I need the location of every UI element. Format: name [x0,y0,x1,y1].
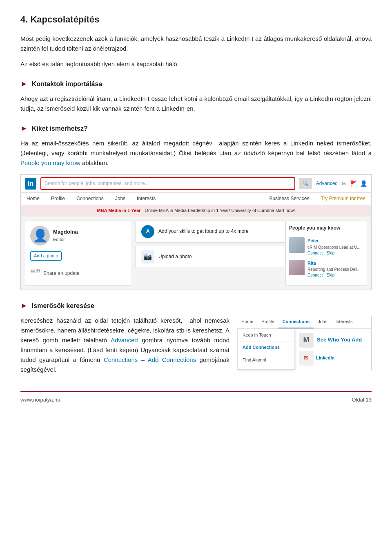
li-advanced-link[interactable]: Advanced [316,180,338,187]
chapter-title: 4. Kapcsolatépítés [20,12,372,27]
cm-nav-connections[interactable]: Connections [278,316,314,328]
peter-name: Peter [307,237,361,245]
li-pymk-box: People you may know Peter cRIM Operation… [285,221,367,286]
connections-screenshot: Home Profile Connections Jobs Interests … [237,316,372,370]
intro-paragraph-2: Az első és talán legfontosabb ilyen elem… [20,59,372,69]
rita-actions: Connect· Skip [307,272,361,279]
page-footer: www.noipalya.hu Oldal 13 [20,391,372,404]
section-kontaktok-title: Kontaktok importálása [32,79,102,89]
person-rita-avatar [289,260,305,275]
nav-premium[interactable]: Try Premium for free [315,193,371,205]
li-body: 👤 Magdolna Editor Add a photo ❝❞ Share a… [21,216,371,290]
section-ismeros-title: Ismerősök keresése [32,301,94,311]
cm-nav-profile[interactable]: Profile [257,316,278,328]
skills-text: Add your skills to get found up to 4x mo… [158,228,249,235]
messages-icon[interactable]: ✉ [342,179,347,188]
li-banner: MBA Media in 1 Year - Online MBA in Medi… [21,205,371,216]
rita-connect[interactable]: Connect [307,273,323,277]
li-nav: Home Profile Connections Jobs Interests … [21,193,371,205]
quote-icon: ❝❞ [30,268,41,278]
nav-interests[interactable]: Interests [131,193,161,205]
banner-text: - Online MBA in Media Leadership in 1 Ye… [142,208,295,213]
banner-mba: MBA Media in 1 Year [97,208,141,213]
li-person-peter: Peter cRIM Operations Lead at U... Conne… [289,237,363,257]
peter-connect[interactable]: Connect [307,251,323,255]
nav-profile[interactable]: Profile [45,193,71,205]
advanced-link: Advanced [111,337,138,344]
upload-text: Upload a photo [158,253,192,261]
see-who-area: M See Who You Add [299,333,367,348]
person-peter-info: Peter cRIM Operations Lead at U... Conne… [307,237,361,257]
cm-envelope-icon: ✉ [299,351,314,366]
profile-name: Magdolna [53,228,78,237]
nav-business[interactable]: Business Services [263,193,315,205]
ismeros-content-area: Home Profile Connections Jobs Interests … [20,316,372,379]
section-kiket-title: Kiket ismerhetsz? [32,123,88,134]
profile-icon[interactable]: 👤 [360,179,367,188]
cm-topnav: Home Profile Connections Jobs Interests [237,316,371,329]
li-skills-box: A Add your skills to get found up to 4x … [135,221,285,243]
dropdown-find-alumni[interactable]: Find Alumni [238,354,294,366]
li-topbar: in Search for people, jobs, companies, a… [21,175,371,193]
intro-paragraph-1: Most pedig következzenek azok a funkciók… [20,34,372,54]
section-kiket-heading: ► Kiket ismerhetsz? [20,123,372,134]
add-photo-button[interactable]: Add a photo [30,251,62,261]
cm-icon: M [299,333,314,348]
upload-icon: 📷 [141,250,154,263]
cm-nav-home[interactable]: Home [237,316,257,328]
footer-page: Oldal 13 [352,396,372,404]
kiket-body: Ha az email-összekötés nem sikerült, az … [20,138,372,168]
nav-jobs[interactable]: Jobs [109,193,131,205]
cm-nav-interests[interactable]: Interests [331,316,356,328]
cm-linkedin-area: ✉ LinkedIn [299,351,367,366]
connections-add-link: Connections – Add Connections [104,356,196,363]
rita-name: Rita [307,260,361,267]
notifications-icon[interactable]: 🚩 [350,179,357,188]
arrow-icon-ismeros: ► [20,300,28,312]
peter-actions: Connect· Skip [307,250,361,257]
cm-body-area: Keep in Touch Add Connections Find Alumn… [237,329,371,370]
li-profile-info: Magdolna Editor [53,228,78,243]
person-peter-avatar [289,237,305,253]
see-who-text: See Who You Add [317,336,362,344]
li-search-box[interactable]: Search for people, jobs, companies, and … [40,177,295,190]
nav-connections[interactable]: Connections [71,193,109,205]
li-search-button[interactable]: 🔍 [299,178,312,189]
li-logo: in [25,178,36,190]
li-profile-top: 👤 Magdolna Editor [30,226,126,245]
nav-home[interactable]: Home [21,193,45,205]
peter-skip[interactable]: Skip [327,251,334,255]
cm-right-content: M See Who You Add ✉ LinkedIn [294,329,371,370]
li-person-rita: Rita Reporting and Process Deli... Conne… [289,260,363,279]
li-center-panel: A Add your skills to get found up to 4x … [135,221,285,286]
footer-website: www.noipalya.hu [20,396,60,404]
kontaktok-body: Ahogy azt a regisztrációnál írtam, a Lin… [20,94,372,114]
section-ismeros-heading: ► Ismerősök keresése [20,300,372,312]
li-right-panel: People you may know Peter cRIM Operation… [285,221,367,286]
connections-dropdown-menu[interactable]: Keep in Touch Add Connections Find Alumn… [237,329,294,370]
peter-role: cRIM Operations Lead at U... [307,245,361,250]
pymk-title: People you may know [289,224,363,234]
dropdown-add-connections[interactable]: Add Connections [238,341,294,354]
person-rita-info: Rita Reporting and Process Deli... Conne… [307,260,361,279]
dropdown-keep-in-touch[interactable]: Keep in Touch [238,329,294,342]
linkedin-screenshot: in Search for people, jobs, companies, a… [20,174,372,290]
rita-skip[interactable]: Skip [327,273,334,277]
rita-role: Reporting and Process Deli... [307,267,361,272]
li-topbar-icons: ✉ 🚩 👤 [342,179,367,188]
cm-linkedin-label: LinkedIn [316,355,334,362]
section-kontaktok-heading: ► Kontaktok importálása [20,78,372,90]
skills-icon: A [141,225,154,238]
arrow-icon-kiket: ► [20,123,28,134]
li-profile-panel: 👤 Magdolna Editor Add a photo ❝❞ Share a… [25,221,131,286]
li-profile-avatar: 👤 [30,226,50,245]
pymk-link: People you may know [20,159,80,166]
share-update[interactable]: ❝❞ Share an update [30,265,126,278]
arrow-icon-kontaktok: ► [20,78,28,90]
li-upload-box: 📷 Upload a photo [135,246,285,268]
profile-role: Editor [53,236,78,243]
cm-nav-jobs[interactable]: Jobs [314,316,331,328]
